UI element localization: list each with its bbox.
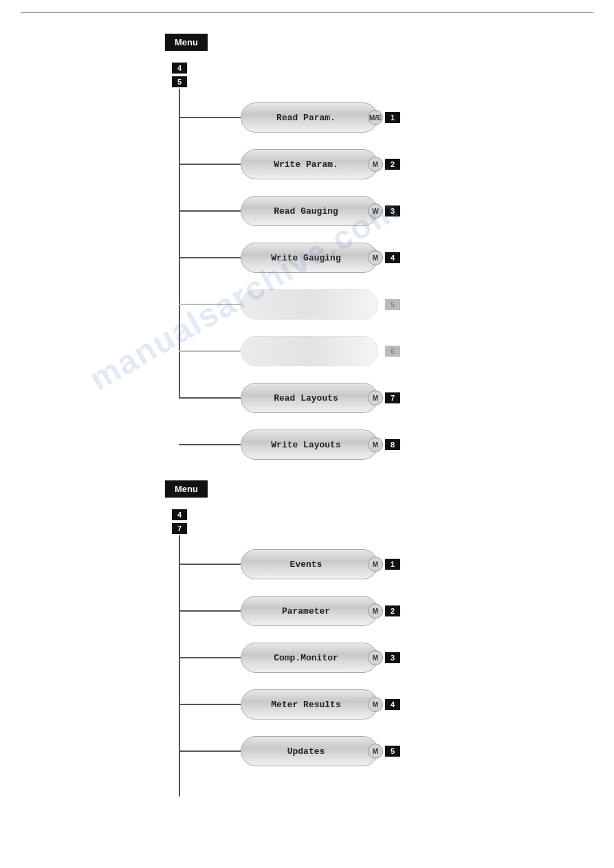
pill-write-layouts[interactable]: Write Layouts M bbox=[241, 430, 378, 460]
row-s2-5: Updates M 5 bbox=[179, 736, 400, 766]
row-7: Read Layouts M 7 bbox=[179, 383, 400, 413]
row-6: 6 bbox=[179, 336, 400, 366]
pill-write-gauging[interactable]: Write Gauging M bbox=[241, 243, 378, 273]
badge-4-s1: 4 bbox=[172, 63, 187, 74]
pill-badge-s2-4: M bbox=[368, 697, 383, 712]
pill-badge-s2-3: M bbox=[368, 650, 383, 665]
pill-parameter[interactable]: Parameter M bbox=[241, 596, 378, 626]
num-1-s1: 1 bbox=[385, 112, 400, 123]
row-5: 5 bbox=[179, 289, 400, 320]
pill-badge-7: M bbox=[368, 390, 383, 405]
num-s2-5: 5 bbox=[385, 746, 400, 757]
hline-2 bbox=[179, 164, 241, 165]
pill-write-param[interactable]: Write Param. M bbox=[241, 149, 378, 179]
pill-badge-3: W bbox=[368, 203, 383, 219]
num-4-s1: 4 bbox=[385, 252, 400, 263]
pill-label-s2-3: Comp.Monitor bbox=[255, 653, 377, 663]
num-6-s1: 6 bbox=[385, 346, 400, 357]
hline-8 bbox=[179, 444, 241, 445]
row-s2-1: Events M 1 bbox=[179, 549, 400, 579]
pill-label-4: Write Gauging bbox=[255, 253, 377, 263]
hline-5 bbox=[179, 304, 241, 305]
hline-7 bbox=[179, 397, 241, 399]
hline-6 bbox=[179, 350, 241, 352]
pill-read-param[interactable]: Read Param. M/E bbox=[241, 102, 378, 133]
hline-s2-1 bbox=[179, 564, 241, 565]
pill-badge-s2-1: M bbox=[368, 557, 383, 572]
pill-label-1: Read Param. bbox=[255, 113, 377, 123]
pill-dim-5 bbox=[241, 289, 378, 320]
pill-updates[interactable]: Updates M bbox=[241, 736, 378, 766]
hline-1 bbox=[179, 117, 241, 118]
pill-dim-6 bbox=[241, 336, 378, 366]
hline-s2-5 bbox=[179, 750, 241, 752]
pill-badge-2: M bbox=[368, 157, 383, 172]
row-1: Read Param. M/E 1 bbox=[179, 102, 400, 133]
section2: Menu 4 7 Events M 1 Parameter M 2 Comp.M… bbox=[0, 474, 614, 831]
num-s2-4: 4 bbox=[385, 699, 400, 710]
badge-4-s2: 4 bbox=[172, 509, 187, 520]
row-s2-4: Meter Results M 4 bbox=[179, 689, 400, 720]
pill-label-s2-1: Events bbox=[255, 559, 377, 570]
badge-7-s2: 7 bbox=[172, 523, 187, 534]
pill-read-layouts[interactable]: Read Layouts M bbox=[241, 383, 378, 413]
pill-label-7: Read Layouts bbox=[255, 393, 377, 403]
pill-badge-4: M bbox=[368, 250, 383, 265]
pill-badge-1: M/E bbox=[368, 110, 383, 125]
num-s2-2: 2 bbox=[385, 605, 400, 616]
pill-badge-8: M bbox=[368, 437, 383, 452]
pill-label-s2-2: Parameter bbox=[255, 606, 377, 616]
row-4: Write Gauging M 4 bbox=[179, 243, 400, 273]
hline-4 bbox=[179, 257, 241, 258]
pill-label-s2-5: Updates bbox=[255, 746, 377, 757]
num-8-s1: 8 bbox=[385, 439, 400, 450]
pill-label-s2-4: Meter Results bbox=[255, 700, 377, 710]
pill-read-gauging[interactable]: Read Gauging W bbox=[241, 196, 378, 226]
pill-meter-results[interactable]: Meter Results M bbox=[241, 689, 378, 720]
num-7-s1: 7 bbox=[385, 392, 400, 403]
row-s2-3: Comp.Monitor M 3 bbox=[179, 643, 400, 673]
row-s2-2: Parameter M 2 bbox=[179, 596, 400, 626]
pill-comp-monitor[interactable]: Comp.Monitor M bbox=[241, 643, 378, 673]
num-3-s1: 3 bbox=[385, 205, 400, 216]
hline-s2-3 bbox=[179, 657, 241, 658]
pill-events[interactable]: Events M bbox=[241, 549, 378, 579]
pill-label-8: Write Layouts bbox=[255, 440, 377, 450]
hline-3 bbox=[179, 210, 241, 212]
row-2: Write Param. M 2 bbox=[179, 149, 400, 179]
row-8: Write Layouts M 8 bbox=[179, 430, 400, 460]
hline-s2-4 bbox=[179, 704, 241, 705]
badge-5-s1: 5 bbox=[172, 76, 187, 87]
hline-s2-2 bbox=[179, 610, 241, 612]
pill-label-3: Read Gauging bbox=[255, 206, 377, 216]
num-2-s1: 2 bbox=[385, 159, 400, 170]
num-s2-1: 1 bbox=[385, 559, 400, 570]
top-divider bbox=[21, 12, 593, 13]
pill-label-2: Write Param. bbox=[255, 159, 377, 170]
row-3: Read Gauging W 3 bbox=[179, 196, 400, 226]
pill-badge-s2-2: M bbox=[368, 603, 383, 619]
menu-box-1: Menu bbox=[165, 34, 208, 51]
menu-box-2: Menu bbox=[165, 480, 208, 498]
num-5-s1: 5 bbox=[385, 299, 400, 310]
num-s2-3: 3 bbox=[385, 652, 400, 663]
pill-badge-s2-5: M bbox=[368, 744, 383, 759]
section1: Menu 4 5 Read Param. M/E 1 Write Param. … bbox=[0, 27, 614, 425]
